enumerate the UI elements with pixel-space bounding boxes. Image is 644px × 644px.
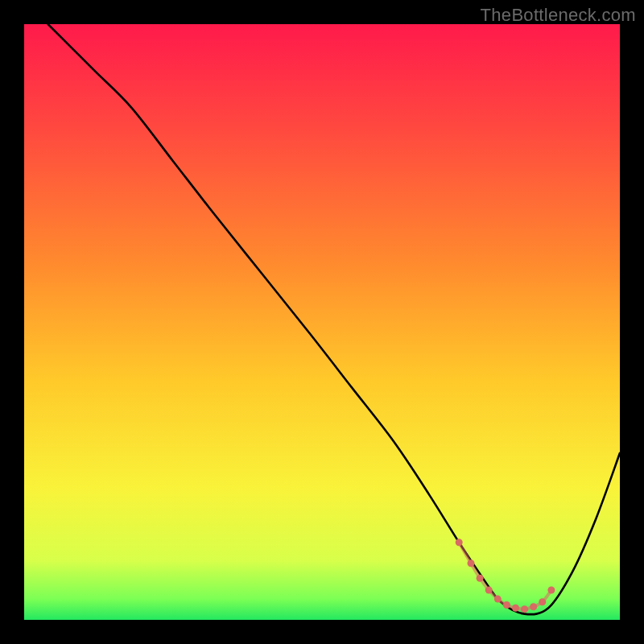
watermark-text: TheBottleneck.com [481, 5, 636, 26]
bottleneck-chart [24, 24, 620, 620]
marker-dot [512, 605, 519, 612]
marker-dot [539, 598, 546, 605]
marker-dot [503, 601, 510, 609]
marker-dot [477, 575, 484, 582]
marker-dot [485, 587, 493, 594]
gradient-background [24, 24, 620, 620]
marker-dot [456, 539, 463, 546]
marker-dot [468, 559, 475, 567]
marker-dot [494, 596, 502, 603]
chart-frame: TheBottleneck.com [0, 0, 644, 644]
marker-dot [521, 605, 528, 613]
marker-dot [530, 603, 537, 610]
chart-svg [24, 24, 620, 620]
marker-dot [547, 587, 555, 594]
